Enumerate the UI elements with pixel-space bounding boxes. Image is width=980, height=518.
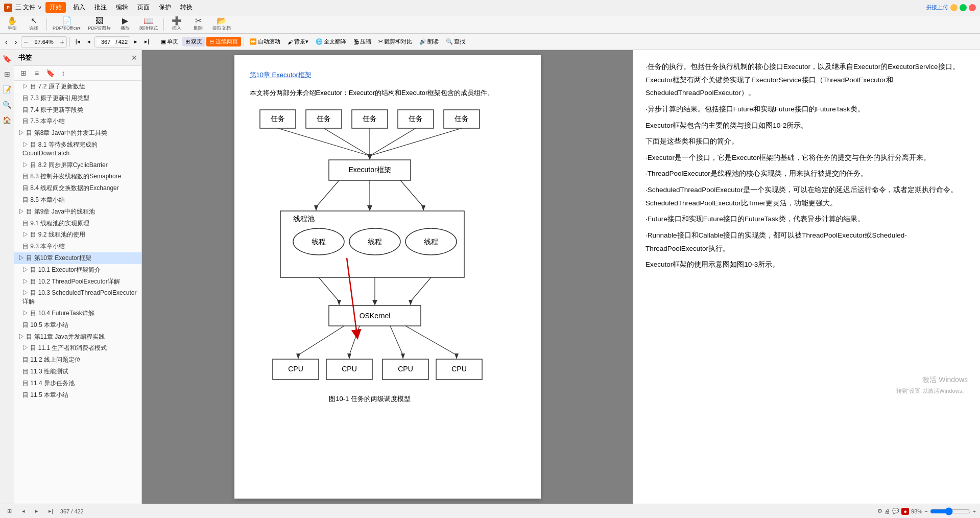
pdf-to-img-btn[interactable]: 🖼 PDF转图片: [85, 16, 114, 33]
sidebar-item-115[interactable]: 目 11.5 本章小结: [14, 389, 141, 401]
zoom-out-icon[interactable]: −: [21, 38, 30, 46]
thumbnail-strip-icon[interactable]: ⊞: [2, 68, 13, 80]
single-page-btn[interactable]: ▣ 单页: [158, 37, 181, 46]
continuous-btn[interactable]: ⊟ 连续两页: [206, 37, 241, 46]
status-last-btn[interactable]: ▸|: [45, 507, 56, 515]
sidebar-item-111[interactable]: ▷ 目 11.1 生产者和消费者模式: [14, 342, 141, 354]
sidebar-item-82[interactable]: ▷ 目 8.2 同步屏障CyclicBarrier: [14, 159, 141, 171]
menu-page[interactable]: 页面: [133, 2, 154, 13]
sidebar-item-73[interactable]: 目 7.3 原子更新引用类型: [14, 92, 141, 104]
double-page-btn[interactable]: ⊞ 双页: [182, 37, 205, 46]
full-translate-btn[interactable]: 🌐 全文翻译: [313, 37, 349, 46]
sidebar-close-btn[interactable]: ✕: [131, 54, 137, 62]
status-zoom-in[interactable]: +: [973, 508, 976, 514]
prev-page-btn[interactable]: ◂: [84, 37, 93, 46]
sidebar-item-91[interactable]: 目 9.1 线程池的实现原理: [14, 218, 141, 229]
sidebar-item-84[interactable]: 目 8.4 线程间交换数据的Exchanger: [14, 182, 141, 194]
sidebar-icon-4[interactable]: ↕: [58, 68, 68, 78]
crop-compare-btn[interactable]: ✂ 裁剪和对比: [375, 37, 415, 46]
extract-btn[interactable]: 📂 提取文档: [209, 16, 234, 33]
status-next-btn[interactable]: ▸: [32, 507, 41, 515]
status-icon-2[interactable]: 🖨: [885, 508, 890, 514]
sidebar-item-103[interactable]: ▷ 目 10.3 ScheduledThreadPoolExecutor详解: [14, 287, 141, 308]
sidebar-item-102[interactable]: ▷ 目 10.2 ThreadPoolExecutor详解: [14, 276, 141, 288]
next-group-btn[interactable]: ›: [12, 37, 20, 47]
sidebar-item-92[interactable]: ▷ 目 9.2 线程池的使用: [14, 229, 141, 241]
svg-text:CPU: CPU: [451, 365, 467, 373]
play-btn[interactable]: ▶ 播放: [115, 16, 135, 33]
bookmark-strip-icon[interactable]: 🔖: [2, 53, 13, 64]
sidebar-item-104[interactable]: ▷ 目 10.4 FutureTask详解: [14, 308, 141, 319]
select-tool-btn[interactable]: ↖ 选择: [23, 16, 44, 33]
sidebar-item-114[interactable]: 目 11.4 异步任务池: [14, 378, 141, 389]
sidebar-item-ch11[interactable]: ▷ 目 第11章 Java并发编程实践: [14, 331, 141, 343]
sidebar-item-74[interactable]: 目 7.4 原子更新字段类: [14, 104, 141, 116]
sidebar-icon-1[interactable]: ⊞: [18, 68, 29, 78]
delete-page-btn[interactable]: ✂ 删除: [188, 16, 208, 33]
status-icon-3[interactable]: 💬: [892, 508, 899, 514]
last-page-btn[interactable]: ▸|: [141, 37, 152, 46]
pdf-to-office-btn[interactable]: 📄 PDF转Office▾: [50, 16, 84, 33]
prev-group-btn[interactable]: ‹: [2, 37, 11, 47]
sidebar-icon-2[interactable]: ≡: [32, 68, 42, 78]
next-page-btn[interactable]: ▸: [131, 37, 140, 46]
help-link[interactable]: 拼接上传: [926, 4, 948, 11]
sidebar-icon-3[interactable]: 🔖: [45, 68, 55, 78]
menu-convert[interactable]: 转换: [176, 2, 197, 13]
maximize-button[interactable]: [960, 4, 967, 11]
menu-insert[interactable]: 插入: [69, 2, 89, 13]
zoom-control[interactable]: − +: [21, 36, 66, 48]
chapter-link[interactable]: 第10章 Executor框架: [250, 71, 312, 79]
sidebar-item-83[interactable]: 目 8.3 控制并发线程数的Semaphore: [14, 171, 141, 182]
read-mode-btn[interactable]: 📖 阅读模式: [136, 16, 161, 33]
toolbar-start-btn[interactable]: 开始: [45, 2, 66, 13]
sidebar-item-101[interactable]: ▷ 目 10.1 Executor框架简介: [14, 264, 141, 276]
close-button[interactable]: [969, 4, 976, 11]
minimize-button[interactable]: [950, 4, 958, 11]
background-btn[interactable]: 🖌 背景▾: [284, 37, 312, 46]
compress-btn[interactable]: 🗜 压缩: [350, 37, 374, 46]
status-prev-btn[interactable]: ◂: [19, 507, 28, 515]
pdf-viewer[interactable]: 第10章 Executor框架 本文将分两部分来介绍Executor：Execu…: [142, 50, 633, 504]
sidebar-item-81[interactable]: ▷ 目 8.1 等待多线程完成的CountDownLatch: [14, 139, 141, 159]
status-icon-1[interactable]: ⚙: [877, 508, 882, 514]
zoom-input[interactable]: [30, 39, 58, 45]
read-aloud-btn[interactable]: 🔊 朗读: [416, 37, 442, 46]
sidebar-item-112[interactable]: 目 11.2 线上问题定位: [14, 354, 141, 366]
sidebar-item-113[interactable]: 目 11.3 性能测试: [14, 366, 141, 378]
status-thumbnail-btn[interactable]: ⊞: [4, 507, 15, 515]
page-input[interactable]: [97, 39, 115, 45]
zoom-in-icon[interactable]: +: [58, 38, 66, 46]
toolbar2: ‹ › − + |◂ ◂ / 422 ▸ ▸| ▣ 单页 ⊞ 双页 ⊟ 连续两页…: [0, 34, 980, 50]
menu-annotate[interactable]: 批注: [90, 2, 111, 13]
home-strip-icon[interactable]: 🏠: [2, 114, 13, 126]
annotation-strip-icon[interactable]: 📝: [2, 84, 13, 95]
sidebar-item-75[interactable]: 目 7.5 本章小结: [14, 115, 141, 127]
sidebar-item-ch8[interactable]: ▷ 目 第8章 Java中的并发工具类: [14, 127, 141, 139]
rp-para-5: ·Executor是一个接口，它是Executor框架的基础，它将任务的提交与任…: [646, 151, 968, 164]
insert-page-btn[interactable]: ➕ 插入: [166, 16, 187, 33]
diagram-container: 任务 任务 任务 任务 任务: [250, 105, 525, 423]
app-menu-trigger[interactable]: 三 文件 ∨: [15, 3, 42, 12]
zoom-slider[interactable]: [930, 507, 971, 515]
sidebar-item-105[interactable]: 目 10.5 本章小结: [14, 319, 141, 331]
menu-edit[interactable]: 编辑: [112, 2, 132, 13]
auto-scroll-btn[interactable]: ⏩ 自动滚动: [247, 37, 283, 46]
status-icon-red[interactable]: ●: [901, 508, 909, 515]
sidebar-item-93[interactable]: 目 9.3 本章小结: [14, 241, 141, 252]
search-strip-icon[interactable]: 🔍: [2, 99, 13, 110]
sidebar: 书签 ✕ ⊞ ≡ 🔖 ↕ ▷ 目 7.2 原子更新数组 目 7.3 原子更新引用…: [14, 50, 142, 504]
sidebar-item-ch10[interactable]: ▷ 目 第10章 Executor框架: [14, 252, 141, 264]
extract-icon: 📂: [217, 17, 227, 25]
sidebar-item-85[interactable]: 目 8.5 本章小结: [14, 194, 141, 206]
continuous-icon: ⊟: [209, 38, 214, 44]
rp-para-8: ·Future接口和实现Future接口的FutureTask类，代表异步计算的…: [646, 213, 968, 226]
hand-tool-btn[interactable]: ✋ 手型: [2, 16, 22, 33]
sidebar-item-72[interactable]: ▷ 目 7.2 原子更新数组: [14, 81, 141, 92]
sidebar-item-ch9[interactable]: ▷ 目 第9章 Java中的线程池: [14, 206, 141, 218]
status-zoom-out[interactable]: −: [924, 508, 927, 514]
first-page-btn[interactable]: |◂: [73, 37, 83, 46]
search-btn[interactable]: 🔍 查找: [443, 37, 468, 46]
menu-protect[interactable]: 保护: [155, 2, 175, 13]
svg-text:CPU: CPU: [398, 365, 413, 373]
